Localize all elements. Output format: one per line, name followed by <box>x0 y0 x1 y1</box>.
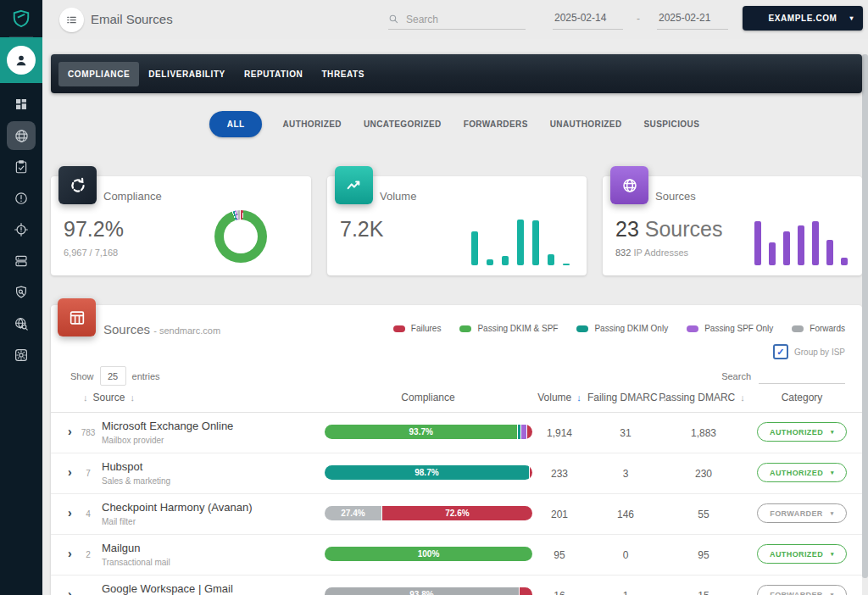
tab-threats[interactable]: THREATS <box>312 62 374 86</box>
column-volume[interactable]: Volume ↓ <box>537 392 581 403</box>
sync-icon <box>58 166 97 204</box>
compliance-bar-segment: 72.6% <box>382 506 532 520</box>
ip-count: 832 <box>615 247 631 258</box>
sort-icon[interactable]: ↓ <box>740 392 745 403</box>
row-ip-count: 7 <box>80 469 97 478</box>
page-menu-button[interactable] <box>59 8 84 32</box>
legend-passing-dkim-spf: Passing DKIM & SPF <box>459 324 558 333</box>
category-dropdown[interactable]: FORWARDER▾ <box>757 585 847 595</box>
mini-bar <box>532 220 539 265</box>
compliance-bar-segment <box>521 425 526 439</box>
domain-selector-button[interactable]: EXAMPLE.COM ▾ <box>743 6 863 31</box>
column-source[interactable]: ↓ Source ↓ <box>83 392 135 403</box>
mini-bar <box>471 231 478 266</box>
compliance-bar: 27.4%72.6% <box>325 506 532 520</box>
sidebar-item-alerts[interactable] <box>7 184 36 213</box>
page-size-control: Show 25 entries <box>70 366 160 386</box>
sidebar-item-threat-detection[interactable] <box>7 215 36 244</box>
compliance-bar-segment: 93.8% <box>325 587 519 595</box>
passing-dmarc-value: 55 <box>671 509 736 520</box>
compliance-bar-segment: 27.4% <box>325 506 381 520</box>
volume-value: 233 <box>527 468 592 480</box>
table-row: › 2 MailgunTransactional mail 100% 95 0 … <box>51 534 862 576</box>
sidebar-item-compliance-tasks[interactable] <box>7 153 36 181</box>
volume-value: 201 <box>527 509 592 520</box>
column-category[interactable]: Category <box>782 392 823 403</box>
table-search-control: Search <box>721 368 845 384</box>
mini-bar <box>754 221 761 265</box>
sidebar-item-dashboard[interactable] <box>7 90 36 119</box>
mini-bar <box>841 258 848 265</box>
filter-suspicious[interactable]: SUSPICIOUS <box>643 116 702 132</box>
column-passing-dmarc[interactable]: Passing DMARC ↓ <box>659 392 745 403</box>
volume-bar-chart <box>471 220 570 265</box>
filter-forwarders[interactable]: FORWARDERS <box>462 116 530 132</box>
sort-active-icon[interactable]: ↓ <box>576 392 581 403</box>
category-dropdown[interactable]: AUTHORIZED▾ <box>757 544 847 564</box>
group-by-isp-control: ✓ Group by ISP <box>773 344 845 359</box>
search-input[interactable] <box>404 13 518 26</box>
row-expand-chevron[interactable]: › <box>68 587 72 595</box>
failing-dmarc-value: 146 <box>593 509 658 520</box>
tab-reputation[interactable]: REPUTATION <box>235 62 313 86</box>
row-expand-chevron[interactable]: › <box>68 425 72 438</box>
sources-card: Sources 23 Sources 832 IP Addresses <box>603 176 862 275</box>
row-expand-chevron[interactable]: › <box>68 465 72 479</box>
sidebar-item-domain-security[interactable] <box>7 278 36 307</box>
row-expand-chevron[interactable]: › <box>68 506 72 520</box>
chevron-icon: ▾ <box>831 510 834 517</box>
failing-dmarc-value: 0 <box>593 549 658 561</box>
sidebar-item-account[interactable] <box>0 37 42 83</box>
sort-desc-icon[interactable]: ↓ <box>131 392 136 403</box>
sources-card-title: Sources <box>655 190 696 203</box>
sidebar-item-email-sources[interactable] <box>7 121 36 150</box>
source-name: Mailgun <box>102 542 170 554</box>
filter-unauthorized[interactable]: UNAUTHORIZED <box>548 116 624 132</box>
sidebar <box>0 0 42 595</box>
legend-passing-spf-only: Passing SPF Only <box>687 324 773 333</box>
filter-uncategorized[interactable]: UNCATEGORIZED <box>362 116 443 132</box>
passing-dmarc-value: 1,883 <box>671 427 736 439</box>
chevron-icon: ▾ <box>831 592 834 595</box>
passing-dmarc-value: 15 <box>671 590 736 595</box>
failing-dmarc-value: 31 <box>593 427 658 439</box>
ip-count-label: IP Addresses <box>631 247 688 258</box>
volume-card: Volume 7.2K <box>327 176 587 275</box>
tab-deliverability[interactable]: DELIVERABILITY <box>139 62 235 86</box>
sources-bar-chart <box>754 221 848 265</box>
group-by-isp-label: Group by ISP <box>794 348 845 357</box>
section-tabbar: COMPLIANCE DELIVERABILITY REPUTATION THR… <box>51 54 862 93</box>
category-dropdown[interactable]: AUTHORIZED▾ <box>757 463 847 482</box>
scrollbar-thumb[interactable] <box>862 54 868 578</box>
top-header: Email Sources - EXAMPLE.COM ▾ <box>42 0 868 39</box>
page-size-select[interactable]: 25 <box>100 366 126 386</box>
sidebar-item-servers[interactable] <box>7 247 36 275</box>
volume-value: 95 <box>527 549 592 561</box>
row-expand-chevron[interactable]: › <box>68 547 72 560</box>
mini-bar <box>502 256 509 265</box>
mini-bar <box>517 220 524 265</box>
global-search <box>388 9 526 30</box>
ip-addresses-line: 832 IP Addresses <box>615 247 688 258</box>
chevron-icon: ▾ <box>831 551 834 558</box>
category-dropdown[interactable]: FORWARDER▾ <box>757 503 847 523</box>
mini-bar <box>826 240 833 265</box>
table-row: › Google Workspace | Gmail 93.8% 16 1 15… <box>51 575 862 595</box>
compliance-percentage: 97.2% <box>64 217 124 242</box>
category-dropdown[interactable]: AUTHORIZED▾ <box>757 422 847 442</box>
filter-authorized[interactable]: AUTHORIZED <box>281 116 343 132</box>
date-from-input[interactable] <box>553 11 626 25</box>
date-from-field <box>553 9 623 30</box>
sidebar-item-dns-inspection[interactable] <box>7 309 36 338</box>
sort-asc-icon[interactable]: ↓ <box>83 392 88 403</box>
table-search-input[interactable] <box>759 368 845 384</box>
column-compliance[interactable]: Compliance <box>401 392 454 403</box>
sidebar-item-settings[interactable] <box>7 341 36 370</box>
tab-compliance[interactable]: COMPLIANCE <box>58 62 139 86</box>
group-by-isp-checkbox[interactable]: ✓ <box>773 344 788 359</box>
date-to-input[interactable] <box>657 11 732 25</box>
filter-all[interactable]: ALL <box>209 111 263 137</box>
sources-count-label: Sources <box>639 217 723 241</box>
column-failing-dmarc[interactable]: Failing DMARC ↓ <box>587 392 667 403</box>
list-icon <box>65 14 78 26</box>
